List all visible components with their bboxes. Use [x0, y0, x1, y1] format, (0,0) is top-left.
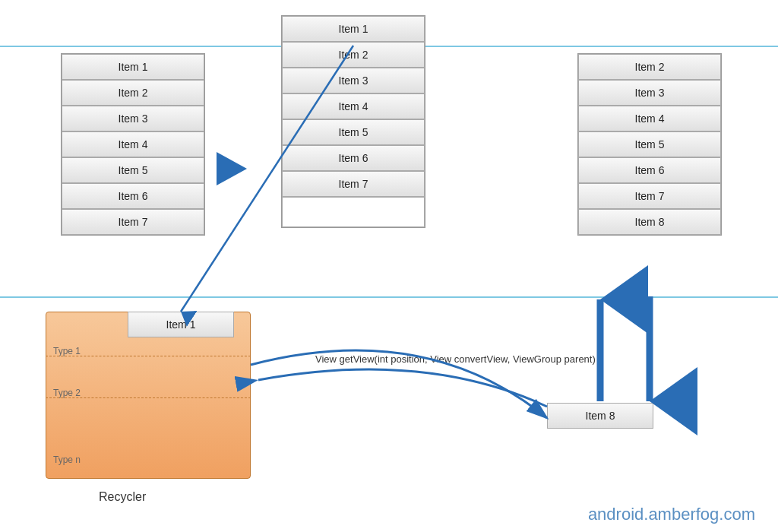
- list-item: Item 5: [62, 157, 204, 183]
- list-item: Item 2: [282, 42, 425, 68]
- recycler-label: Recycler: [99, 490, 146, 504]
- list-item: Item 1: [282, 16, 425, 42]
- list-item: Item 6: [62, 183, 204, 209]
- type2-divider: [46, 397, 251, 398]
- getview-label: View getView(int position, View convertV…: [315, 353, 596, 365]
- type1-divider: [46, 356, 251, 356]
- list-item: Item 3: [282, 68, 425, 93]
- list-item: Item 7: [62, 209, 204, 235]
- recycler-type2-label: Type 2: [53, 388, 81, 398]
- list-item: Item 3: [62, 106, 204, 131]
- list-right: Item 2 Item 3 Item 4 Item 5 Item 6 Item …: [577, 53, 722, 236]
- list-item: Item 7: [282, 171, 425, 197]
- list-item: Item 7: [578, 183, 721, 209]
- list-item: Item 8: [578, 209, 721, 235]
- list-item: Item 6: [282, 145, 425, 171]
- list-item: Item 2: [578, 54, 721, 80]
- scroll-arrow-right: [217, 152, 247, 185]
- list-item-empty: [282, 197, 425, 227]
- list-item: Item 2: [62, 80, 204, 106]
- list-item: Item 6: [578, 157, 721, 183]
- recycler-typen-label: Type n: [53, 454, 81, 465]
- list-item: Item 3: [578, 80, 721, 106]
- list-item: Item 4: [578, 106, 721, 131]
- item1-floating: Item 1: [128, 312, 234, 337]
- item8-floating: Item 8: [547, 403, 653, 429]
- list-item: Item 1: [62, 54, 204, 80]
- website-label: android.amberfog.com: [588, 505, 755, 524]
- list-left: Item 1 Item 2 Item 3 Item 4 Item 5 Item …: [61, 53, 205, 236]
- list-item: Item 4: [62, 131, 204, 157]
- recycler-type1-label: Type 1: [53, 346, 81, 356]
- bottom-horizontal-line: [0, 296, 778, 298]
- list-item: Item 4: [282, 93, 425, 119]
- list-item: Item 5: [282, 119, 425, 145]
- list-middle: Item 1 Item 2 Item 3 Item 4 Item 5 Item …: [281, 15, 425, 228]
- list-item: Item 5: [578, 131, 721, 157]
